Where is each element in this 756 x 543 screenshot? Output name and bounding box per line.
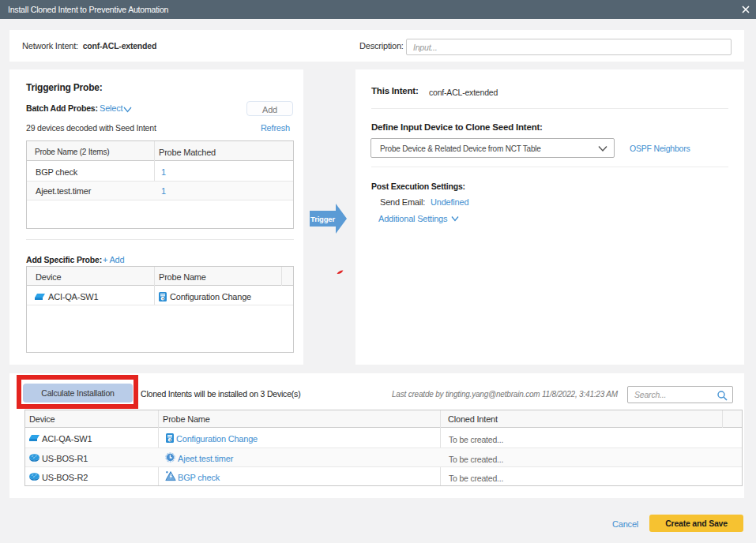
svg-text:Trigger: Trigger <box>310 215 335 223</box>
